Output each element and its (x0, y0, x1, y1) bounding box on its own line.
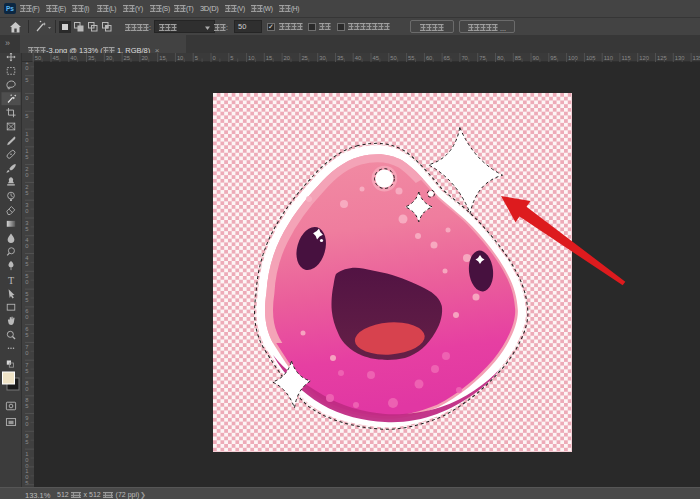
svg-text:30: 30 (319, 55, 325, 61)
svg-text:5: 5 (25, 297, 28, 303)
svg-text:0: 0 (25, 421, 28, 427)
svg-text:0: 0 (25, 243, 28, 249)
svg-text:60: 60 (426, 55, 432, 61)
svg-text:125: 125 (657, 55, 667, 61)
svg-text:15: 15 (159, 55, 165, 61)
svg-text:0: 0 (25, 386, 28, 392)
svg-text:5: 5 (195, 55, 198, 61)
svg-text:20: 20 (141, 55, 147, 61)
svg-text:5: 5 (25, 368, 28, 374)
svg-text:40: 40 (70, 55, 76, 61)
svg-text:5: 5 (25, 439, 28, 445)
svg-text:0: 0 (25, 350, 28, 356)
svg-text:5: 5 (25, 403, 28, 409)
svg-text:65: 65 (444, 55, 450, 61)
svg-text:50: 50 (35, 55, 41, 61)
svg-text:5: 5 (230, 55, 233, 61)
svg-text:10: 10 (177, 55, 183, 61)
svg-text:0: 0 (25, 208, 28, 214)
svg-text:45: 45 (53, 55, 59, 61)
svg-text:35: 35 (88, 55, 94, 61)
svg-text:20: 20 (284, 55, 290, 61)
svg-text:0: 0 (213, 55, 216, 61)
svg-text:5: 5 (25, 113, 28, 119)
svg-text:80: 80 (497, 55, 503, 61)
svg-text:0: 0 (25, 137, 28, 143)
svg-text:5: 5 (25, 226, 28, 232)
svg-text:10: 10 (248, 55, 254, 61)
svg-text:0: 0 (25, 95, 28, 101)
svg-text:25: 25 (124, 55, 130, 61)
svg-text:45: 45 (373, 55, 379, 61)
svg-text:5: 5 (25, 77, 28, 83)
svg-text:35: 35 (337, 55, 343, 61)
svg-text:40: 40 (355, 55, 361, 61)
svg-text:95: 95 (550, 55, 556, 61)
svg-text:15: 15 (266, 55, 272, 61)
svg-text:0: 0 (25, 65, 28, 71)
svg-text:135: 135 (693, 55, 700, 61)
svg-text:0: 0 (25, 314, 28, 320)
svg-text:70: 70 (461, 55, 467, 61)
svg-text:90: 90 (533, 55, 539, 61)
svg-text:75: 75 (479, 55, 485, 61)
svg-text:85: 85 (515, 55, 521, 61)
svg-text:130: 130 (675, 55, 685, 61)
svg-text:5: 5 (25, 261, 28, 267)
svg-text:5: 5 (25, 190, 28, 196)
svg-text:0: 0 (25, 279, 28, 285)
svg-text:30: 30 (106, 55, 112, 61)
svg-text:T: T (8, 275, 14, 286)
svg-text:0: 0 (25, 172, 28, 178)
svg-text:100: 100 (568, 55, 578, 61)
svg-text:120: 120 (639, 55, 649, 61)
svg-text:50: 50 (390, 55, 396, 61)
svg-text:5: 5 (25, 332, 28, 338)
svg-text:105: 105 (586, 55, 596, 61)
svg-text:25: 25 (301, 55, 307, 61)
svg-text:5: 5 (25, 154, 28, 160)
svg-text:55: 55 (408, 55, 414, 61)
